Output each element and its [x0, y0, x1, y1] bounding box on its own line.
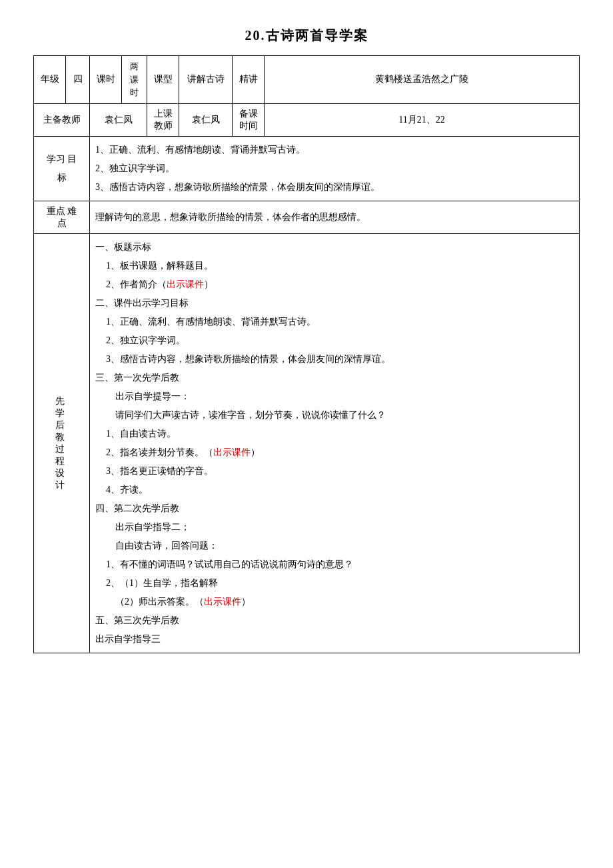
two-lesson-label: 两 课 时: [122, 56, 147, 104]
process-item: 3、感悟古诗内容，想象诗歌所描绘的情景，体会朋友间的深情厚谊。: [95, 350, 574, 369]
process-item: 请同学们大声读古诗，读准字音，划分节奏，说说你读懂了什么？: [95, 406, 574, 425]
process-item: 出示自学提导一：: [95, 387, 574, 406]
process-item: 2、独立识字学词。: [95, 331, 574, 350]
study-goal-1: 1、正确、流利、有感情地朗读、背诵并默写古诗。: [95, 141, 574, 159]
process-label: 先学后教过程设计: [34, 233, 90, 653]
grade-label: 年级: [34, 56, 66, 104]
key-points-row: 重点 难 点 理解诗句的意思，想象诗歌所描绘的情景，体会作者的思想感情。: [34, 201, 580, 233]
class-teacher-value: 袁仁凤: [179, 103, 233, 136]
process-item: 2、指名读并划分节奏。（出示课件）: [95, 443, 574, 462]
process-item: 3、指名更正读错的字音。: [95, 462, 574, 481]
process-item: 1、自由读古诗。: [95, 425, 574, 443]
jing-jiang-label: 精讲: [233, 56, 265, 104]
highlight-text: 出示课件: [213, 447, 251, 457]
study-goal-2: 2、独立识字学词。: [95, 159, 574, 178]
process-item: 1、正确、流利、有感情地朗读、背诵并默写古诗。: [95, 313, 574, 331]
lesson-time-label: 课时: [90, 56, 122, 104]
page-title: 20.古诗两首导学案: [33, 27, 580, 45]
main-teacher-label: 主备教师: [34, 103, 90, 136]
process-item: 二、课件出示学习目标: [95, 294, 574, 313]
study-goal-3: 3、感悟古诗内容，想象诗歌所描绘的情景，体会朋友间的深情厚谊。: [95, 178, 574, 197]
main-table: 年级 四 课时 两 课 时 课型 讲解古诗 精讲 黄鹤楼送孟浩然之广陵 主备教师…: [33, 55, 580, 653]
process-item: 1、有不懂的词语吗？试试用自己的话说说前两句诗的意思？: [95, 555, 574, 574]
study-goals-row: 学习 目 标 1、正确、流利、有感情地朗读、背诵并默写古诗。 2、独立识字学词。…: [34, 136, 580, 201]
key-points-text: 理解诗句的意思，想象诗歌所描绘的情景，体会作者的思想感情。: [95, 208, 574, 227]
prep-time-value: 11月21、22: [265, 103, 580, 136]
teacher-row: 主备教师 袁仁凤 上课教师 袁仁凤 备课时间 11月21、22: [34, 103, 580, 136]
lesson-type-label: 课型: [147, 56, 179, 104]
key-points-content: 理解诗句的意思，想象诗歌所描绘的情景，体会作者的思想感情。: [90, 201, 580, 233]
process-item: 五、第三次先学后教: [95, 611, 574, 630]
key-points-label: 重点 难 点: [34, 201, 90, 233]
process-item: 三、第一次先学后教: [95, 369, 574, 387]
process-item: 4、齐读。: [95, 481, 574, 499]
process-item: 2、（1）生自学，指名解释: [95, 574, 574, 593]
process-item: 出示自学指导三: [95, 630, 574, 649]
process-row: 先学后教过程设计 一、板题示标1、板书课题，解释题目。2、作者简介（出示课件）二…: [34, 233, 580, 653]
process-item: 2、作者简介（出示课件）: [95, 275, 574, 294]
process-item: 四、第二次先学后教: [95, 499, 574, 518]
process-content: 一、板题示标1、板书课题，解释题目。2、作者简介（出示课件）二、课件出示学习目标…: [90, 233, 580, 653]
study-goals-label: 学习 目 标: [34, 136, 90, 201]
header-row: 年级 四 课时 两 课 时 课型 讲解古诗 精讲 黄鹤楼送孟浩然之广陵: [34, 56, 580, 104]
study-goals-content: 1、正确、流利、有感情地朗读、背诵并默写古诗。 2、独立识字学词。 3、感悟古诗…: [90, 136, 580, 201]
process-item: （2）师出示答案。（出示课件）: [95, 593, 574, 611]
prep-time-label: 备课时间: [233, 103, 265, 136]
process-item: 一、板题示标: [95, 238, 574, 257]
jing-jiang-value: 黄鹤楼送孟浩然之广陵: [265, 56, 580, 104]
grade-value: 四: [66, 56, 90, 104]
process-item: 自由读古诗，回答问题：: [95, 537, 574, 555]
lesson-type-value: 讲解古诗: [179, 56, 233, 104]
highlight-text: 出示课件: [204, 597, 241, 607]
process-item: 出示自学指导二；: [95, 518, 574, 537]
class-teacher-label: 上课教师: [147, 103, 179, 136]
highlight-text: 出示课件: [167, 279, 204, 289]
main-teacher-value: 袁仁凤: [90, 103, 147, 136]
process-item: 1、板书课题，解释题目。: [95, 257, 574, 275]
